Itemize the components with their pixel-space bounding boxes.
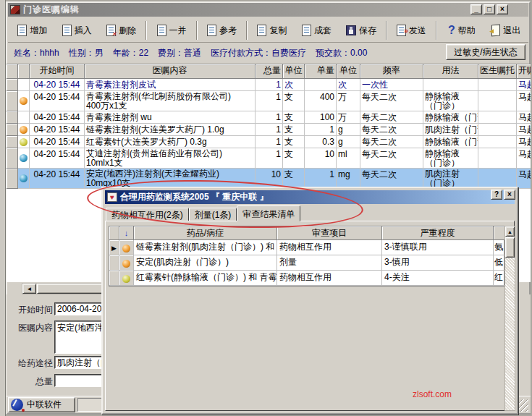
cell-indicator — [18, 169, 30, 189]
zlsoft-brand-button[interactable]: 中联软件 — [8, 397, 75, 412]
alert-row[interactable]: 安定(肌肉注射（门诊）) 剂量 3-慎用 低 — [109, 255, 504, 271]
cell-unit: 支 — [283, 111, 305, 124]
order-row[interactable]: 04-20 15:44 链霉素注射剂(大连美罗大药厂) 1.0g 1 支 1 g… — [7, 124, 531, 136]
insert-label: 插入 — [75, 25, 92, 37]
scrollbar-thumb[interactable] — [505, 237, 515, 258]
scroll-left-arrow-icon[interactable]: ◄ — [22, 284, 36, 294]
cell-doctor: 马超 — [517, 169, 531, 189]
header-usage: 用法 — [423, 64, 478, 79]
dialog-help-button[interactable]: ? — [491, 190, 502, 200]
merge-button[interactable]: 一并 — [149, 20, 193, 41]
cell-indicator — [18, 148, 30, 169]
header-doctor: 开嘱医生 — [517, 64, 531, 79]
allergy-history-button[interactable]: 过敏史/病生状态 — [446, 44, 525, 60]
insert-doc-icon — [62, 25, 72, 36]
header-start-time: 开始时间 — [30, 64, 85, 79]
alerts-header-indicator: ↓ — [119, 226, 134, 240]
tab-dosage[interactable]: 剂量(1条) — [189, 208, 237, 221]
cell-time: 04-20 15:44 — [30, 91, 85, 111]
cell-dose: 400 — [305, 91, 337, 111]
cell-dose: 100 — [305, 111, 337, 124]
minimize-button[interactable]: _ — [470, 4, 482, 14]
close-button[interactable]: × — [497, 4, 508, 14]
alerts-header-item: 审查项目 — [277, 226, 382, 240]
cell-usage: 肌肉注射（门诊） — [423, 169, 478, 189]
tab-review-results[interactable]: 审查结果清单 — [237, 205, 300, 221]
order-row[interactable]: 04-20 15:44 艾迪注射剂(贵州益佰药业有限公司)10mlx1支 1 支… — [7, 148, 531, 169]
orders-header-row: 开始时间 医嘱内容 总量 单位 单量 单位 频率 用法 医生嘱托 开嘱医生 — [7, 64, 531, 79]
order-row[interactable]: 04-20 15:44 青霉素注射剂皮试 1 次 次 一次性 马超 — [7, 79, 531, 91]
cell-unit: 支 — [283, 169, 305, 189]
help-button[interactable]: ?帮助 — [439, 20, 484, 41]
alerts-header-severity: 严重程度 — [382, 226, 494, 240]
cell-rowmark — [7, 111, 18, 124]
cell-total: 10 — [256, 169, 283, 189]
order-row[interactable]: 04-20 15:44 红霉素针(大连美罗大药厂) 0.3g 1 支 0.3 g… — [7, 136, 531, 148]
order-row[interactable]: 04-20 15:44 青霉素注射剂 wu 1 支 100 万 每天二次 静脉输… — [7, 111, 531, 124]
cell-doctor-note — [478, 91, 517, 111]
maximize-button[interactable]: □ — [484, 4, 495, 14]
cell-time: 04-20 15:44 — [30, 148, 85, 169]
cell-time: 04-20 15:44 — [30, 111, 85, 124]
suite-button[interactable]: 成套 — [295, 20, 339, 41]
cell-total: 1 — [256, 136, 283, 148]
tab-drug-interaction[interactable]: 药物相互作用(2条) — [106, 208, 189, 221]
order-row-selected[interactable]: 04-20 15:44 安定(地西泮)注射剂(天津金耀药业)10mgx10支 1… — [7, 169, 531, 189]
copy-button[interactable]: 复制 — [250, 20, 294, 41]
cell-rowmark — [7, 79, 18, 91]
header-unit: 单位 — [283, 64, 305, 79]
status-dot-teal-icon — [20, 154, 28, 162]
cell-total: 1 — [256, 79, 283, 91]
cell-content: 艾迪注射剂(贵州益佰药业有限公司)10mlx1支 — [85, 148, 256, 169]
patient-info-bar: 姓名hhhh 性别男 年龄22 费别普通 医疗付款方式自费医疗 预交款0.00 … — [8, 43, 528, 62]
reference-label: 参考 — [219, 25, 237, 37]
cell-content: 青霉素注射剂 wu — [85, 111, 256, 124]
cell-indicator — [18, 136, 30, 148]
status-dot-orange-icon — [20, 97, 28, 105]
add-button[interactable]: 增加 — [10, 20, 54, 41]
cell-content: 安定(地西泮)注射剂(天津金耀药业)10mgx10支 — [85, 169, 256, 189]
start-time-label: 开始时间 — [12, 303, 53, 316]
dialog-close-button[interactable]: × — [504, 190, 515, 200]
cell-doctor-note — [478, 148, 517, 169]
header-total: 总量 — [256, 64, 283, 79]
cell-doctor: 马超 — [517, 91, 531, 111]
dialog-titlebar[interactable]: ♥ 合理用药监测系统2005 『 重庆中联 』 — [105, 190, 515, 204]
help-question-icon: ? — [448, 24, 455, 37]
route-label: 给药途径 — [12, 357, 53, 370]
insert-button[interactable]: 插入 — [54, 20, 98, 41]
add-label: 增加 — [30, 25, 47, 37]
cell-indicator — [119, 240, 134, 255]
patient-name: 姓名hhhh — [14, 47, 59, 59]
alerts-vertical-scrollbar[interactable]: ▲ — [504, 226, 515, 411]
cell-mark — [109, 271, 119, 286]
zlsoft-watermark: zlsoft.com — [413, 389, 452, 399]
patient-payment: 医疗付款方式自费医疗 — [211, 47, 306, 59]
delete-button[interactable]: 删除 — [99, 20, 143, 41]
toolbar-separator — [386, 21, 387, 40]
cell-time: 04-20 15:44 — [30, 136, 85, 148]
alert-row[interactable]: ▶ 链霉素注射剂(肌肉注射（门诊）) 和 药物相互作用 3-谨慎联用 氨 — [109, 240, 504, 255]
alert-row[interactable]: 红霉素针(静脉输液（门诊）) 和 青霉 药物相互作用 4-关注 红 — [109, 271, 504, 286]
window-title: 门诊医嘱编辑 — [23, 4, 80, 16]
cell-rowmark — [7, 91, 18, 111]
cell-unit: 次 — [283, 79, 305, 91]
brand-label: 中联软件 — [27, 399, 62, 411]
cell-dose-unit: mg — [337, 169, 360, 189]
header-dose: 单量 — [305, 64, 337, 79]
reference-button[interactable]: 参考 — [200, 20, 244, 41]
cell-dose: 0.3 — [305, 136, 337, 148]
send-button[interactable]: 发送 — [389, 20, 434, 41]
order-row[interactable]: 04-20 15:44 青霉素注射剂(华北制药股份有限公司)400万x1支 1 … — [7, 91, 531, 111]
exit-button[interactable]: 退出 — [484, 20, 528, 41]
cell-usage: 静脉输液（门诊） — [423, 111, 478, 124]
main-titlebar[interactable]: 门诊医嘱编辑 _ □ × — [8, 3, 528, 17]
save-button[interactable]: 保存 — [339, 20, 383, 41]
scroll-up-arrow-icon[interactable]: ▲ — [505, 226, 515, 237]
cell-rowmark — [7, 169, 18, 189]
background-window-strip — [0, 0, 6, 416]
cell-dose-unit: 万 — [337, 91, 360, 111]
exit-door-icon — [491, 25, 500, 37]
delete-doc-icon — [106, 25, 116, 36]
cell-content: 红霉素针(大连美罗大药厂) 0.3g — [85, 136, 256, 148]
